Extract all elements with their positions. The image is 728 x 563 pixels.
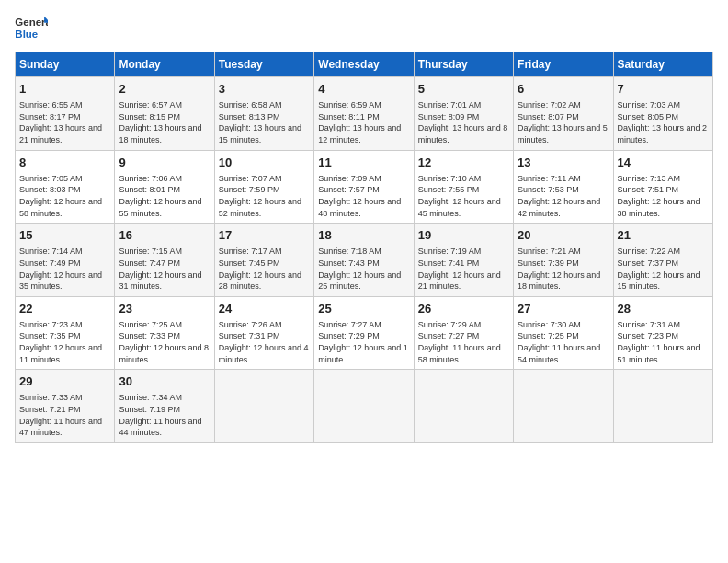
table-cell: 18Sunrise: 7:18 AMSunset: 7:43 PMDayligh…: [314, 224, 414, 297]
calendar-row: 8Sunrise: 7:05 AMSunset: 8:03 PMDaylight…: [16, 150, 713, 224]
cell-content: Sunrise: 7:22 AMSunset: 7:37 PMDaylight:…: [618, 246, 709, 292]
table-cell: 23Sunrise: 7:25 AMSunset: 7:33 PMDayligh…: [115, 296, 214, 370]
col-friday: Friday: [514, 52, 613, 77]
cell-content: Sunrise: 7:25 AMSunset: 7:33 PMDaylight:…: [119, 319, 210, 365]
table-cell: 2Sunrise: 6:57 AMSunset: 8:15 PMDaylight…: [115, 77, 214, 151]
table-cell: 3Sunrise: 6:58 AMSunset: 8:13 PMDaylight…: [214, 77, 313, 151]
table-cell: 20Sunrise: 7:21 AMSunset: 7:39 PMDayligh…: [514, 224, 613, 297]
day-number: 18: [318, 227, 409, 244]
day-number: 21: [618, 227, 709, 244]
day-number: 30: [119, 373, 210, 390]
day-number: 5: [418, 81, 509, 98]
day-number: 1: [19, 81, 110, 98]
logo-icon: General Blue: [15, 15, 48, 42]
table-cell: 14Sunrise: 7:13 AMSunset: 7:51 PMDayligh…: [613, 150, 712, 224]
day-number: 27: [518, 301, 609, 317]
table-cell: [613, 370, 712, 443]
col-saturday: Saturday: [613, 52, 712, 77]
table-cell: 11Sunrise: 7:09 AMSunset: 7:57 PMDayligh…: [314, 150, 414, 224]
cell-content: Sunrise: 7:07 AMSunset: 7:59 PMDaylight:…: [219, 173, 310, 219]
day-number: 15: [19, 227, 110, 244]
cell-content: Sunrise: 6:58 AMSunset: 8:13 PMDaylight:…: [219, 99, 310, 145]
cell-content: Sunrise: 7:30 AMSunset: 7:25 PMDaylight:…: [518, 319, 609, 365]
table-cell: 30Sunrise: 7:34 AMSunset: 7:19 PMDayligh…: [115, 370, 214, 443]
table-cell: 19Sunrise: 7:19 AMSunset: 7:41 PMDayligh…: [414, 224, 513, 297]
day-number: 2: [119, 81, 210, 98]
day-number: 3: [219, 81, 310, 98]
cell-content: Sunrise: 7:06 AMSunset: 8:01 PMDaylight:…: [119, 173, 210, 219]
day-number: 6: [518, 81, 609, 98]
svg-text:General: General: [15, 17, 48, 28]
day-number: 4: [318, 81, 409, 98]
cell-content: Sunrise: 7:21 AMSunset: 7:39 PMDaylight:…: [518, 246, 609, 292]
cell-content: Sunrise: 7:26 AMSunset: 7:31 PMDaylight:…: [219, 319, 310, 365]
page-header: General Blue: [15, 15, 713, 42]
table-cell: 5Sunrise: 7:01 AMSunset: 8:09 PMDaylight…: [414, 77, 513, 151]
col-wednesday: Wednesday: [314, 52, 414, 77]
calendar-table: Sunday Monday Tuesday Wednesday Thursday…: [15, 52, 713, 443]
calendar-row: 22Sunrise: 7:23 AMSunset: 7:35 PMDayligh…: [16, 296, 713, 370]
col-tuesday: Tuesday: [214, 52, 313, 77]
table-cell: [314, 370, 414, 443]
table-cell: 26Sunrise: 7:29 AMSunset: 7:27 PMDayligh…: [414, 296, 513, 370]
cell-content: Sunrise: 7:10 AMSunset: 7:55 PMDaylight:…: [418, 173, 509, 219]
table-cell: 13Sunrise: 7:11 AMSunset: 7:53 PMDayligh…: [514, 150, 613, 224]
table-cell: 25Sunrise: 7:27 AMSunset: 7:29 PMDayligh…: [314, 296, 414, 370]
day-number: 26: [418, 301, 509, 317]
day-number: 16: [119, 227, 210, 244]
day-number: 9: [119, 155, 210, 171]
table-cell: [414, 370, 513, 443]
day-number: 10: [219, 155, 310, 171]
cell-content: Sunrise: 6:55 AMSunset: 8:17 PMDaylight:…: [19, 99, 110, 145]
day-number: 25: [318, 301, 409, 317]
cell-content: Sunrise: 7:02 AMSunset: 8:07 PMDaylight:…: [518, 99, 609, 145]
cell-content: Sunrise: 7:29 AMSunset: 7:27 PMDaylight:…: [418, 319, 509, 365]
cell-content: Sunrise: 7:34 AMSunset: 7:19 PMDaylight:…: [119, 392, 210, 438]
cell-content: Sunrise: 7:05 AMSunset: 8:03 PMDaylight:…: [19, 173, 110, 219]
day-number: 19: [418, 227, 509, 244]
table-cell: 21Sunrise: 7:22 AMSunset: 7:37 PMDayligh…: [613, 224, 712, 297]
table-cell: 29Sunrise: 7:33 AMSunset: 7:21 PMDayligh…: [16, 370, 115, 443]
table-cell: 12Sunrise: 7:10 AMSunset: 7:55 PMDayligh…: [414, 150, 513, 224]
cell-content: Sunrise: 7:15 AMSunset: 7:47 PMDaylight:…: [119, 246, 210, 292]
cell-content: Sunrise: 7:33 AMSunset: 7:21 PMDaylight:…: [19, 392, 110, 438]
table-cell: 8Sunrise: 7:05 AMSunset: 8:03 PMDaylight…: [16, 150, 115, 224]
day-number: 14: [618, 155, 709, 171]
day-number: 23: [119, 301, 210, 317]
cell-content: Sunrise: 7:27 AMSunset: 7:29 PMDaylight:…: [318, 319, 409, 365]
calendar-body: 1Sunrise: 6:55 AMSunset: 8:17 PMDaylight…: [16, 77, 713, 443]
cell-content: Sunrise: 6:57 AMSunset: 8:15 PMDaylight:…: [119, 99, 210, 145]
col-sunday: Sunday: [16, 52, 115, 77]
header-row: Sunday Monday Tuesday Wednesday Thursday…: [16, 52, 713, 77]
table-cell: 7Sunrise: 7:03 AMSunset: 8:05 PMDaylight…: [613, 77, 712, 151]
calendar-row: 1Sunrise: 6:55 AMSunset: 8:17 PMDaylight…: [16, 77, 713, 151]
day-number: 11: [318, 155, 409, 171]
table-cell: 16Sunrise: 7:15 AMSunset: 7:47 PMDayligh…: [115, 224, 214, 297]
cell-content: Sunrise: 7:17 AMSunset: 7:45 PMDaylight:…: [219, 246, 310, 292]
cell-content: Sunrise: 7:13 AMSunset: 7:51 PMDaylight:…: [618, 173, 709, 219]
table-cell: 28Sunrise: 7:31 AMSunset: 7:23 PMDayligh…: [613, 296, 712, 370]
cell-content: Sunrise: 7:09 AMSunset: 7:57 PMDaylight:…: [318, 173, 409, 219]
table-cell: [514, 370, 613, 443]
day-number: 24: [219, 301, 310, 317]
day-number: 13: [518, 155, 609, 171]
cell-content: Sunrise: 7:14 AMSunset: 7:49 PMDaylight:…: [19, 246, 110, 292]
day-number: 28: [618, 301, 709, 317]
table-cell: [214, 370, 313, 443]
table-cell: 15Sunrise: 7:14 AMSunset: 7:49 PMDayligh…: [16, 224, 115, 297]
col-monday: Monday: [115, 52, 214, 77]
cell-content: Sunrise: 6:59 AMSunset: 8:11 PMDaylight:…: [318, 99, 409, 145]
day-number: 17: [219, 227, 310, 244]
cell-content: Sunrise: 7:18 AMSunset: 7:43 PMDaylight:…: [318, 246, 409, 292]
cell-content: Sunrise: 7:11 AMSunset: 7:53 PMDaylight:…: [518, 173, 609, 219]
day-number: 7: [618, 81, 709, 98]
day-number: 8: [19, 155, 110, 171]
table-cell: 27Sunrise: 7:30 AMSunset: 7:25 PMDayligh…: [514, 296, 613, 370]
cell-content: Sunrise: 7:03 AMSunset: 8:05 PMDaylight:…: [618, 99, 709, 145]
table-cell: 6Sunrise: 7:02 AMSunset: 8:07 PMDaylight…: [514, 77, 613, 151]
day-number: 20: [518, 227, 609, 244]
day-number: 29: [19, 373, 110, 390]
day-number: 22: [19, 301, 110, 317]
table-cell: 9Sunrise: 7:06 AMSunset: 8:01 PMDaylight…: [115, 150, 214, 224]
col-thursday: Thursday: [414, 52, 513, 77]
